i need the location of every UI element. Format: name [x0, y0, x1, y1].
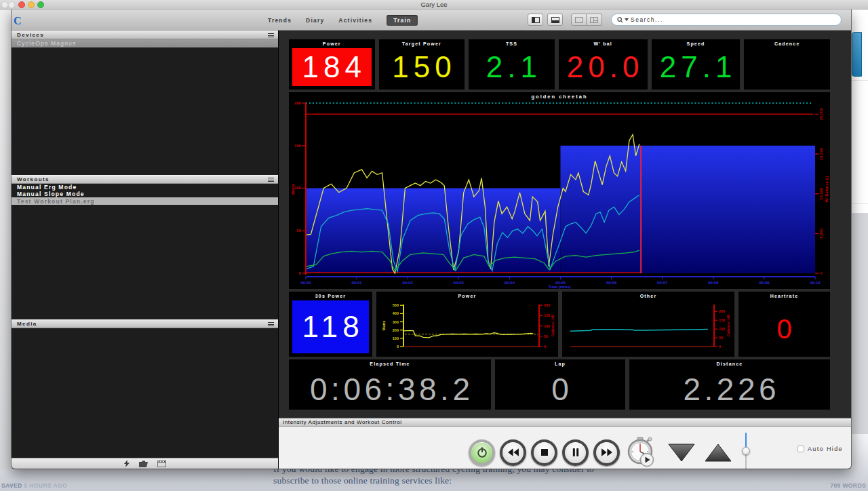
svg-text:Time (mins): Time (mins) — [548, 285, 570, 289]
svg-text:200: 200 — [544, 303, 550, 307]
svg-text:00:02: 00:02 — [403, 281, 414, 285]
svg-text:00:06: 00:06 — [606, 281, 617, 285]
toggle-sidebar-button[interactable] — [528, 14, 543, 26]
menu-icon[interactable] — [268, 178, 274, 183]
svg-text:200: 200 — [719, 309, 725, 313]
workout-plot-chart: 050100150200Watts00:0000:0100:0200:0300:… — [289, 101, 830, 289]
svg-text:0: 0 — [544, 345, 546, 349]
workout-item-manual-slope[interactable]: Manual Slope Mode — [12, 191, 278, 197]
svg-text:W' Balance (j): W' Balance (j) — [825, 176, 829, 202]
search-options-caret[interactable] — [625, 18, 629, 21]
lap-timer-button[interactable] — [625, 437, 656, 469]
svg-text:0: 0 — [819, 272, 823, 275]
30s-power-tile: 30s Power 118 — [289, 292, 372, 357]
device-item-cycleops-magnus[interactable]: CycleOps Magnus — [12, 39, 278, 47]
tab-train[interactable]: Train — [387, 15, 418, 26]
tiled-view-button[interactable] — [587, 14, 602, 26]
lap-tile: Lap 0 — [495, 359, 625, 410]
cadence-tile: Cadence 83 — [744, 39, 830, 90]
train-main-area: Power 184 Target Power 150 TSS 2.1 W' ba… — [279, 31, 851, 469]
svg-text:00:08: 00:08 — [708, 281, 719, 285]
svg-text:Watts: Watts — [291, 183, 295, 195]
svg-text:0: 0 — [397, 345, 399, 349]
svg-text:100: 100 — [393, 336, 399, 340]
menu-icon[interactable] — [268, 322, 274, 328]
svg-text:00:09: 00:09 — [759, 281, 770, 285]
auto-hide-checkbox[interactable] — [797, 446, 804, 452]
workout-plot-panel: golden cheetah 050100150200Watts00:0000:… — [289, 92, 830, 289]
train-sidebar: Devices CycleOps Magnus Workouts Manual … — [12, 31, 279, 469]
media-library-icon[interactable] — [157, 460, 166, 467]
svg-text:50: 50 — [544, 334, 548, 338]
background-scrollbar-thumb[interactable] — [852, 32, 862, 77]
rewind-button[interactable] — [500, 439, 526, 466]
svg-text:150: 150 — [544, 313, 550, 317]
tab-trends[interactable]: Trends — [268, 17, 292, 24]
divider — [852, 203, 868, 204]
screen: If you would like to engage in more stru… — [0, 0, 868, 491]
svg-text:300: 300 — [393, 320, 399, 324]
telemetry-tiles-row: Power 184 Target Power 150 TSS 2.1 W' ba… — [289, 39, 830, 90]
power-mini-chart: 0100200300400500Watts050100150200Cadence… — [376, 300, 558, 357]
background-app-right-edge — [852, 9, 868, 213]
mini-panels-row: 30s Power 118 Power 0100200300400500Watt… — [289, 292, 830, 357]
tab-activities[interactable]: Activities — [338, 17, 372, 24]
stop-button[interactable] — [531, 439, 557, 466]
svg-text:100: 100 — [294, 186, 302, 190]
svg-text:00:07: 00:07 — [657, 281, 668, 285]
pause-button[interactable] — [562, 439, 589, 466]
devices-list-empty-area — [12, 47, 278, 175]
svg-text:00:05: 00:05 — [555, 281, 566, 285]
search-icon — [617, 17, 623, 23]
svg-text:150: 150 — [294, 144, 302, 148]
wbal-tile: W' bal 20.0 — [559, 39, 648, 90]
workout-item-test-plan[interactable]: Test Workout Plan.erg — [12, 197, 278, 205]
intensity-up-button[interactable] — [705, 444, 732, 462]
word-count: 709 WORDS — [830, 482, 866, 489]
slider-knob[interactable] — [742, 447, 750, 455]
svg-text:Cadence / HR: Cadence / HR — [726, 314, 730, 336]
svg-text:00:00: 00:00 — [300, 281, 311, 285]
auto-hide-control[interactable]: Auto Hide — [797, 446, 843, 452]
background-document-text: subscribe to those online training servi… — [273, 475, 452, 486]
target-power-tile: Target Power 150 — [379, 39, 465, 90]
svg-text:100: 100 — [544, 324, 550, 328]
heartrate-tile: Heartrate 0 — [738, 292, 830, 357]
search-input[interactable]: Search... — [611, 14, 842, 26]
pause-icon — [569, 446, 583, 459]
svg-text:Cadence / HR: Cadence / HR — [551, 314, 555, 336]
svg-text:0: 0 — [719, 345, 721, 349]
power-tile: Power 184 — [289, 39, 375, 90]
stop-icon — [538, 446, 551, 459]
lightning-icon[interactable] — [124, 460, 130, 467]
toggle-lowbar-button[interactable] — [547, 14, 563, 26]
background-app-left-edge — [0, 9, 11, 471]
workouts-list-empty-area — [12, 205, 278, 319]
timers-row: Elapsed Time 0:06:38.2 Lap 0 Distance 2.… — [289, 359, 830, 410]
distance-tile: Distance 2.226 — [629, 359, 830, 410]
intensity-control-header: Intensity Adjustments and Workout Contro… — [279, 418, 851, 427]
tab-diary[interactable]: Diary — [306, 17, 324, 24]
menu-icon[interactable] — [268, 33, 274, 39]
goldencheetah-window: C Trends Diary Activities Train — [11, 9, 852, 469]
main-toolbar: C Trends Diary Activities Train — [12, 9, 851, 31]
rewind-icon — [507, 446, 520, 459]
devices-section-header: Devices — [12, 31, 278, 39]
svg-text:50: 50 — [719, 336, 723, 340]
svg-text:200: 200 — [294, 101, 302, 105]
fast-forward-button[interactable] — [593, 439, 620, 466]
window-titlebar: Gary Lee — [0, 0, 868, 9]
workout-control-panel: Auto Hide — [279, 427, 851, 469]
svg-text:400: 400 — [393, 311, 399, 315]
intensity-slider[interactable] — [741, 433, 751, 469]
svg-text:20,000: 20,000 — [819, 108, 823, 121]
open-folder-icon[interactable] — [139, 460, 148, 467]
svg-text:00:10: 00:10 — [810, 281, 821, 285]
tabbed-view-button[interactable] — [571, 14, 587, 26]
workout-item-manual-erg[interactable]: Manual Erg Mode — [12, 184, 278, 191]
tiled-view-icon — [590, 17, 598, 23]
intensity-down-button[interactable] — [668, 444, 695, 462]
search-placeholder: Search... — [631, 16, 663, 23]
connect-power-button[interactable] — [469, 439, 495, 466]
svg-text:10,000: 10,000 — [819, 187, 823, 200]
